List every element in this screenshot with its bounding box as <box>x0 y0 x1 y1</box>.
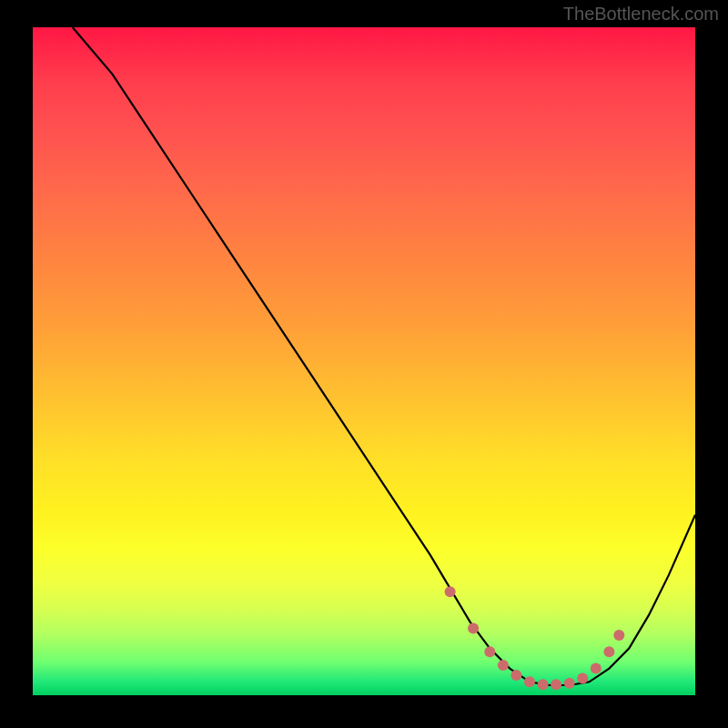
marker-dot <box>468 623 479 634</box>
marker-dot <box>484 646 495 657</box>
marker-dot <box>577 673 588 684</box>
marker-dot <box>538 679 549 690</box>
chart-plot-area <box>33 27 695 695</box>
marker-dot <box>603 646 614 657</box>
marker-dot <box>591 663 602 674</box>
marker-dot <box>524 676 535 687</box>
chart-overlay <box>33 27 695 695</box>
marker-dot <box>564 678 575 689</box>
marker-dot <box>498 660 509 671</box>
marker-dot <box>445 586 456 597</box>
marker-dot <box>551 679 561 690</box>
marker-dot <box>511 670 521 681</box>
chart-markers <box>445 586 625 690</box>
marker-dot <box>613 630 624 641</box>
chart-curve <box>73 27 695 685</box>
attribution-text: TheBottleneck.com <box>563 4 719 25</box>
